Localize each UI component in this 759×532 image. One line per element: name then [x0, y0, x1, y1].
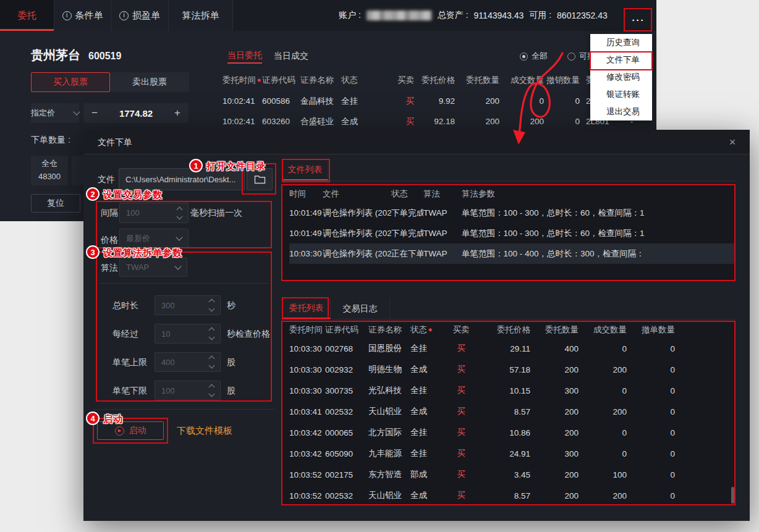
table-row[interactable]: 10:03:42605090九丰能源全挂买24.9130000	[289, 443, 734, 464]
table-row[interactable]: 10:03:30300735光弘科技全挂买10.1530000	[289, 380, 734, 401]
column-header: 时间	[289, 188, 323, 200]
menu-item-history-query[interactable]: 历史查询	[590, 34, 652, 51]
table-row[interactable]: 10:03:30调仓操作列表 (2023-03正在下单TWAP单笔范围：100 …	[289, 243, 734, 264]
price-minus-button[interactable]: −	[83, 107, 106, 119]
table-row[interactable]: 10:03:42000065北方国际全挂买10.8620000	[289, 422, 734, 443]
cell: 10:03:30	[289, 344, 325, 353]
cell: 10:03:52	[289, 491, 325, 500]
spinner-arrows-icon[interactable]	[177, 208, 182, 219]
tab-file-list[interactable]: 文件列表	[282, 161, 328, 180]
table-row[interactable]: 10:03:52002532天山铝业全成买8.572002000	[289, 485, 734, 505]
price-value[interactable]: 1774.82	[106, 108, 166, 119]
cell: 29.11	[481, 344, 530, 353]
cell: 200	[579, 407, 627, 416]
cell: 200	[499, 117, 544, 126]
divider	[99, 283, 269, 284]
more-menu-button[interactable]: ···	[626, 11, 651, 29]
cell: 调仓操作列表 (2022-09	[323, 208, 391, 219]
radio-selected-icon	[520, 53, 528, 61]
cell: 10.86	[481, 428, 530, 437]
buy-stock-tab[interactable]: 买入股票	[31, 72, 110, 92]
spinner-arrows-icon[interactable]	[210, 357, 214, 368]
annotation-step1-badge: 1	[189, 159, 203, 172]
cell: 200	[455, 117, 499, 126]
tab-label: 算法拆单	[182, 10, 219, 22]
check-interval-input[interactable]: 10	[155, 324, 221, 344]
algo-select[interactable]: TWAP	[119, 258, 187, 277]
column-header: 成交数量	[499, 75, 544, 86]
price-mode-select[interactable]: 最新价	[119, 229, 189, 248]
column-header: 算法	[423, 188, 462, 200]
cell: 200	[530, 470, 579, 479]
radio-all[interactable]: 全部	[520, 51, 548, 62]
max-label: 单笔上限	[112, 357, 147, 368]
download-template-link[interactable]: 下载文件模板	[177, 425, 232, 437]
tab-today-fills[interactable]: 当日成交	[274, 48, 308, 64]
duration-input[interactable]: 300	[155, 295, 221, 315]
menu-item-exit-trading[interactable]: 退出交易	[590, 103, 652, 120]
tab-algo-split[interactable]: 算法拆单	[169, 0, 233, 31]
price-type-select[interactable]: 指定价	[31, 103, 79, 123]
cell: 全挂	[410, 448, 441, 459]
info-icon: i	[62, 11, 72, 20]
cell: 605090	[325, 449, 368, 458]
spinner-arrows-icon[interactable]	[210, 385, 214, 396]
tab-stop-order[interactable]: i 损盈单	[111, 0, 169, 31]
file-path-value: C:\Users\Administrator\Deskt...	[125, 175, 235, 184]
interval-input[interactable]: 100	[119, 203, 189, 223]
cell: 10:01:49	[289, 229, 323, 238]
spinner-arrows-icon[interactable]	[210, 300, 214, 311]
full-position-button[interactable]: 全仓 48300	[31, 156, 68, 185]
column-header: 证券名称	[368, 324, 410, 336]
cell: 0	[627, 449, 675, 458]
cell: 买	[389, 96, 414, 107]
info-icon: i	[119, 11, 129, 20]
sell-stock-tab[interactable]: 卖出股票	[110, 72, 189, 92]
tab-condition-order[interactable]: i 条件单	[54, 0, 111, 31]
menu-item-change-password[interactable]: 修改密码	[590, 69, 652, 86]
column-header: 证券代码	[325, 324, 368, 336]
cell: 100	[579, 470, 627, 479]
file-label: 文件	[98, 174, 115, 185]
cell: 下单完成	[391, 228, 423, 239]
table-row[interactable]: 10:03:30002768国恩股份全挂买29.1140000	[289, 338, 734, 359]
cell: 10:03:30	[289, 386, 325, 395]
close-icon[interactable]: ×	[725, 135, 740, 150]
min-unit: 股	[227, 386, 235, 397]
price-type-value: 指定价	[31, 108, 55, 119]
full-position-label: 全仓	[41, 158, 57, 171]
column-header: 委托时间◆	[223, 75, 262, 86]
cell: 全挂	[410, 385, 441, 396]
cell: 调仓操作列表 (2023-03	[323, 228, 391, 239]
table-row[interactable]: 10:01:49调仓操作列表 (2022-09下单完成TWAP单笔范围：100 …	[289, 203, 734, 223]
column-header: 状态◆	[410, 324, 441, 336]
price-plus-button[interactable]: +	[166, 107, 189, 119]
cell: 10:03:42	[289, 428, 325, 437]
cell: 单笔范围：100 - 300，总时长：60，检查间隔：1	[462, 228, 734, 239]
cell: 0	[579, 449, 627, 458]
table-row[interactable]: 10:03:52002175东方智造部成买3.452001000	[289, 464, 734, 485]
cell: 买	[441, 448, 481, 459]
tab-entrust-list[interactable]: 委托列表	[282, 298, 331, 319]
reset-button[interactable]: 复位	[31, 194, 80, 213]
menu-item-bank-transfer[interactable]: 银证转账	[590, 86, 652, 103]
tab-trade-log[interactable]: 交易日志	[331, 298, 390, 319]
tab-entrust[interactable]: 委托	[0, 0, 54, 31]
menu-item-file-order[interactable]: 文件下单	[590, 51, 652, 69]
table-row[interactable]: 10:03:30002932明德生物全成买57.182002000	[289, 359, 734, 380]
table-row[interactable]: 10:01:49调仓操作列表 (2023-03下单完成TWAP单笔范围：100 …	[289, 223, 734, 243]
scrollbar-thumb[interactable]	[731, 487, 734, 504]
max-per-order-input[interactable]: 400	[155, 352, 221, 372]
cell: 8.57	[481, 491, 530, 500]
tab-today-entrusts[interactable]: 当日委托	[227, 48, 262, 64]
table-row[interactable]: 10:03:41002532天山铝业全成买8.572002000	[289, 401, 734, 422]
account-label: 账户 :	[339, 10, 361, 21]
cell: 10:03:30	[289, 249, 323, 258]
column-header: 委托时间	[289, 324, 325, 336]
cell: 002532	[325, 407, 368, 416]
cell: 买	[441, 469, 481, 480]
masked-account-number	[367, 11, 432, 20]
min-per-order-input[interactable]: 100	[155, 381, 221, 400]
spinner-arrows-icon[interactable]	[210, 328, 214, 339]
column-header: 撤销数量	[544, 75, 580, 86]
